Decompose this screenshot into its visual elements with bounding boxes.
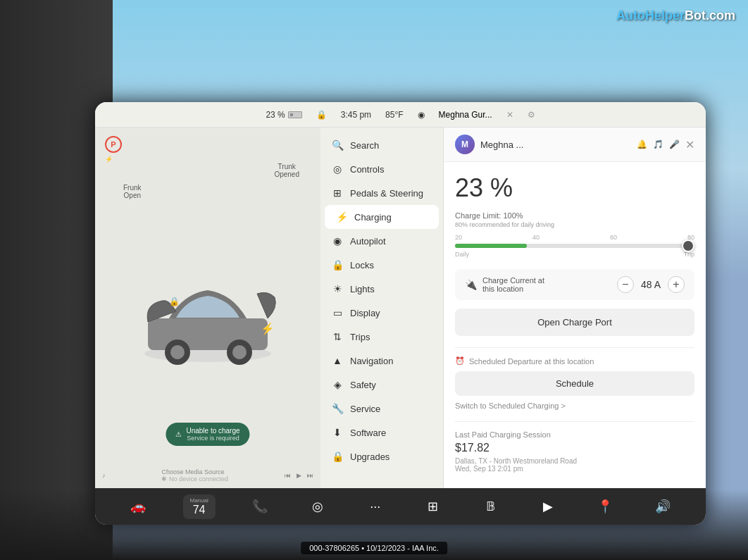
taskbar-map[interactable]: 📍 [592,494,618,519]
tesla-screen: 23 % 🔒 3:45 pm 85°F ◉ Meghna Gur... ✕ ⚙ … [95,102,706,525]
music-icon: ♪ [102,472,106,479]
taskbar-apps[interactable]: ◎ [305,494,330,519]
menu-locks[interactable]: 🔒 Locks [320,253,443,277]
safety-icon: ◈ [332,379,343,390]
alert-badge: ⚠ Unable to charge Service is required [166,423,249,446]
svg-point-5 [232,345,247,359]
menu-pedals-label: Pedals & Steering [350,188,423,199]
slider-track[interactable] [455,244,694,248]
session-date: Wed, Sep 13 2:01 pm [455,465,694,473]
bottom-caption: 000-37806265 • 10/12/2023 - IAA Inc. [301,542,447,554]
menu-locks-label: Locks [350,260,374,270]
upgrades-icon: 🔒 [332,451,343,462]
taskbar-phone[interactable]: 📞 [247,494,273,519]
settings-icon[interactable]: ⚙ [528,110,535,120]
svg-text:🔒: 🔒 [169,296,180,306]
locks-icon: 🔒 [332,259,343,270]
amp-value: 48 A [641,279,661,290]
slider-thumb[interactable] [682,239,694,252]
taskbar-bluetooth[interactable]: 𝔹 [478,494,503,519]
menu-panel: 🔍 Search ◎ Controls ⊞ Pedals & Steering … [320,127,444,488]
speed-value: 74 [190,504,208,516]
media-device: ✱ No device connected [161,475,228,483]
taskbar-grid[interactable]: ⊞ [420,494,445,519]
alert-text: Unable to charge [186,427,239,435]
profile-area[interactable]: Meghna Gur... [439,110,492,120]
media-bar: ♪ Choose Media Source ✱ No device connec… [102,468,313,483]
charging-icon: ⚡ [336,211,347,223]
header-dot2: 🎵 [653,139,663,149]
menu-search[interactable]: 🔍 Search [320,133,443,157]
menu-software[interactable]: ⬇ Software [320,421,443,444]
watermark-helper: Helper [645,8,685,23]
time-display: 3:45 pm [341,110,371,120]
charge-controls: − 48 A + [617,276,685,293]
lock-status: 🔒 [316,110,327,120]
temperature-display: 85°F [385,110,403,120]
menu-safety[interactable]: ◈ Safety [320,373,443,397]
menu-lights-label: Lights [350,284,375,294]
controls-icon: ◎ [332,163,343,175]
ev-icon: ⚡ [105,156,113,163]
car-svg: ⚡ 🔒 [127,248,289,368]
charge-current-section: 🔌 Charge Current at this location − 48 A… [455,269,694,300]
svg-text:⚡: ⚡ [261,322,275,335]
menu-pedals[interactable]: ⊞ Pedals & Steering [320,181,443,205]
menu-safety-label: Safety [350,380,376,390]
menu-charging-label: Charging [354,212,392,223]
taskbar-volume[interactable]: 🔊 [650,494,675,519]
wifi-icon: ◉ [418,110,425,120]
switch-charging-link[interactable]: Switch to Scheduled Charging > [455,402,694,410]
menu-controls[interactable]: ◎ Controls [320,157,443,181]
profile-avatar: M [455,135,475,154]
menu-charging[interactable]: ⚡ Charging [325,205,439,229]
trips-icon: ⇅ [332,331,343,342]
service-icon: 🔧 [332,403,343,414]
watermark-auto: Auto [616,8,645,23]
close-right-panel[interactable]: ✕ [685,138,694,151]
menu-lights[interactable]: ☀ Lights [320,277,443,301]
menu-trips-label: Trips [350,332,370,342]
speed-label: Manual [190,497,208,504]
lights-icon: ☀ [332,283,343,294]
menu-display[interactable]: ▭ Display [320,301,443,325]
play-icon[interactable]: ▶ [297,472,301,479]
header-dot1: 🔔 [637,139,647,149]
session-location: Dallas, TX - North Westmoreland Road [455,457,694,465]
menu-controls-label: Controls [350,164,384,175]
display-icon: ▭ [332,307,343,318]
increase-current-btn[interactable]: + [668,276,685,293]
decrease-current-btn[interactable]: − [617,276,634,293]
menu-upgrades[interactable]: 🔒 Upgrades [320,444,443,468]
right-panel: M Meghna ... 🔔 🎵 🎤 ✕ 23 % Charge Limit: … [444,127,706,488]
slider-labels: 20 40 60 80 [455,234,694,241]
svg-point-3 [170,345,185,359]
menu-autopilot[interactable]: ◉ Autopilot [320,229,443,253]
battery-percent: 23 % [266,110,285,120]
open-charge-port-btn[interactable]: Open Charge Port [455,309,694,336]
screen-content: P ⚡ Frunk Open Trunk Opened [95,127,706,488]
menu-navigation[interactable]: ▲ Navigation [320,349,443,373]
taskbar-more[interactable]: ··· [363,494,388,519]
battery-percent-large: 23 % [455,173,694,203]
media-source: Choose Media Source [161,468,228,475]
park-icon: P [105,136,122,153]
next-icon[interactable]: ⏭ [307,472,313,479]
schedule-btn[interactable]: Schedule [455,371,694,396]
close-header-icon[interactable]: ✕ [506,110,513,120]
prev-icon[interactable]: ⏮ [285,472,291,479]
autopilot-icon: ◉ [332,235,343,247]
charge-limit-section: Charge Limit: 100% 80% recommended for d… [455,211,694,258]
menu-service[interactable]: 🔧 Service [320,397,443,421]
alert-icon: ⚠ [175,430,182,438]
media-controls[interactable]: ⏮ ▶ ⏭ [285,472,313,479]
right-profile-name: Meghna ... [480,139,631,150]
car-visualization: P ⚡ Frunk Open Trunk Opened [95,127,320,488]
charge-limit-label: Charge Limit: 100% [455,211,694,220]
profile-name: Meghna Gur... [439,110,492,120]
scheduled-section: ⏰ Scheduled Departure at this location S… [455,347,694,410]
taskbar-home[interactable]: 🚗 [125,494,151,519]
search-icon: 🔍 [332,139,343,151]
menu-trips[interactable]: ⇅ Trips [320,325,443,349]
taskbar-media[interactable]: ▶ [535,494,561,519]
